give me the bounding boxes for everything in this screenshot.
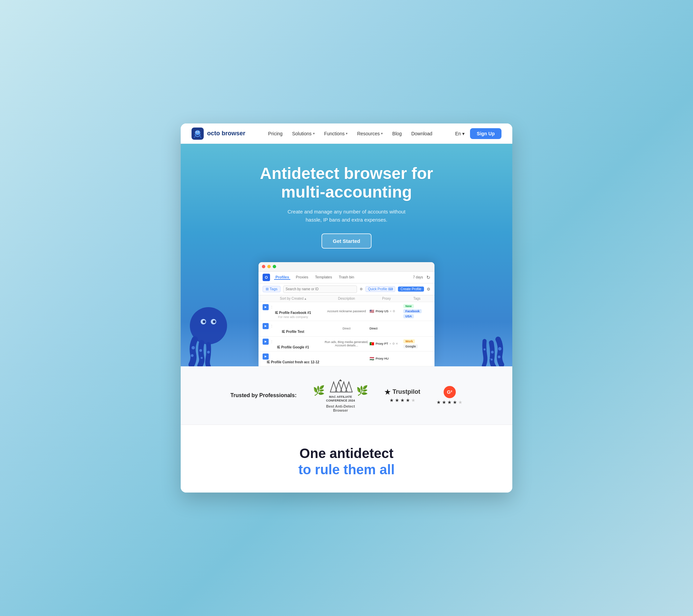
- nav-link-resources[interactable]: Resources ▾: [357, 131, 383, 136]
- award-text: Best Anti-DetectBrowser: [326, 404, 355, 412]
- mac-title: MAC AFFILIATECONFERENCE 2024: [326, 395, 355, 403]
- table-row: ▶ ⋮ IE Profile Google #1 Run ads, Bing m…: [259, 337, 434, 352]
- chevron-down-icon: ▾: [313, 132, 315, 135]
- mac-logo-icon: [327, 379, 354, 394]
- app-preview: O Profiles Proxies Templates Trash bin 7…: [192, 262, 501, 366]
- hero-headline: Antidetect browser for multi-accounting: [192, 164, 501, 201]
- trust-section: Trusted by Professionals: 🌿: [181, 366, 512, 425]
- svg-point-4: [197, 132, 197, 132]
- svg-point-15: [207, 351, 210, 354]
- bottom-headline: One antidetect to rule them all: [192, 445, 501, 478]
- laurel-left-icon: 🌿: [313, 385, 325, 396]
- app-tabs: Profiles Proxies Templates Trash bin: [274, 275, 412, 280]
- svg-point-12: [191, 354, 194, 357]
- flag-icon: 🇭🇺: [370, 357, 374, 361]
- navbar: octo browser Pricing Solutions ▾ Functio…: [181, 123, 512, 144]
- chevron-down-icon: ▾: [346, 132, 348, 135]
- run-button[interactable]: ▶: [262, 339, 269, 345]
- app-logo-small: O: [262, 274, 270, 281]
- profiles-table: Sort by Created ▴ Description Proxy Tags…: [259, 295, 434, 366]
- mac-conference-logo: 🌿 MAC AFFILIATECONFERENCE 2024: [313, 379, 369, 403]
- chevron-down-icon: ▾: [462, 131, 464, 136]
- trustpilot-star-icon: ★: [384, 388, 391, 396]
- svg-point-9: [203, 320, 205, 323]
- svg-point-1: [195, 130, 200, 135]
- nav-item-pricing[interactable]: Pricing: [268, 131, 282, 136]
- svg-point-16: [498, 347, 501, 351]
- nav-link-solutions[interactable]: Solutions ▾: [292, 131, 315, 136]
- nav-item-solutions[interactable]: Solutions ▾: [292, 131, 315, 136]
- run-button[interactable]: ▶: [262, 304, 269, 310]
- nav-item-blog[interactable]: Blog: [392, 131, 402, 136]
- filter-icon[interactable]: ⚙: [360, 287, 363, 291]
- more-icon[interactable]: ⋮: [270, 324, 273, 328]
- tab-trash[interactable]: Trash bin: [337, 275, 355, 280]
- nav-link-blog[interactable]: Blog: [392, 131, 402, 136]
- table-row: ▶ ⋮ IE Profile Facebook #1 For new ads c…: [259, 302, 434, 321]
- trustpilot-stars: ★ ★ ★ ★ ★: [390, 397, 416, 403]
- profile-search-input[interactable]: [283, 285, 357, 293]
- svg-point-5: [199, 132, 199, 132]
- close-dot: [262, 265, 265, 268]
- svg-point-14: [201, 357, 203, 359]
- refresh-icon[interactable]: ↻: [427, 275, 431, 280]
- bottom-section: One antidetect to rule them all: [181, 425, 512, 493]
- svg-marker-26: [339, 379, 342, 381]
- svg-point-20: [483, 349, 486, 351]
- language-selector[interactable]: En ▾: [455, 131, 464, 136]
- octopus-left-decoration: [185, 305, 232, 366]
- trustpilot-brand: Trustpilot: [393, 388, 420, 395]
- nav-right: En ▾ Sign Up: [455, 128, 501, 139]
- create-profile-button[interactable]: Create Profile: [398, 286, 424, 292]
- tab-profiles[interactable]: Profiles: [274, 275, 290, 280]
- logo[interactable]: octo browser: [192, 127, 245, 140]
- run-button[interactable]: ▶: [262, 323, 269, 329]
- hero-subtext: Create and manage any number of accounts…: [192, 208, 501, 224]
- nav-link-pricing[interactable]: Pricing: [268, 131, 282, 136]
- tags-button[interactable]: ⊞ Tags: [262, 286, 280, 292]
- g2-badge-icon: G²: [443, 386, 456, 398]
- nav-item-download[interactable]: Download: [411, 131, 432, 136]
- more-icon[interactable]: ⋮: [270, 340, 273, 343]
- trustpilot-rating: ★ Trustpilot ★ ★ ★ ★ ★: [384, 388, 420, 403]
- nav-links: Pricing Solutions ▾ Functions ▾ Resource…: [268, 131, 432, 136]
- trust-label: Trusted by Professionals:: [231, 392, 297, 398]
- tab-proxies[interactable]: Proxies: [294, 275, 310, 280]
- svg-point-10: [213, 320, 216, 323]
- g2-rating: G² ★ ★ ★ ★ ★: [436, 386, 462, 405]
- nav-link-download[interactable]: Download: [411, 131, 432, 136]
- table-header: Sort by Created ▴ Description Proxy Tags: [259, 295, 434, 302]
- svg-point-13: [199, 349, 202, 352]
- mac-award: 🌿 MAC AFFILIATECONFERENCE 2024: [313, 379, 369, 412]
- app-toolbar: ⊞ Tags ⚙ Quick Profile ⌨ Create Profile …: [259, 283, 434, 295]
- quick-profile-button[interactable]: Quick Profile ⌨: [365, 286, 395, 292]
- svg-point-19: [491, 359, 493, 361]
- app-screenshot: O Profiles Proxies Templates Trash bin 7…: [259, 262, 434, 366]
- browser-window: octo browser Pricing Solutions ▾ Functio…: [181, 123, 512, 493]
- get-started-button[interactable]: Get Started: [321, 233, 372, 249]
- flag-icon: 🇺🇸: [370, 309, 374, 314]
- svg-point-18: [491, 351, 494, 354]
- logo-text: octo browser: [207, 130, 245, 137]
- run-button[interactable]: ▶: [262, 354, 269, 360]
- g2-stars: ★ ★ ★ ★ ★: [436, 399, 462, 405]
- nav-item-resources[interactable]: Resources ▾: [357, 131, 383, 136]
- table-row: ▶ ⋮ IE Profile Test Direct Direct: [259, 321, 434, 337]
- laurel-right-icon: 🌿: [356, 385, 368, 396]
- bottom-headline-blue: to rule them all: [298, 462, 395, 477]
- octopus-right-decoration: [468, 312, 508, 366]
- nav-item-functions[interactable]: Functions ▾: [324, 131, 348, 136]
- tab-templates[interactable]: Templates: [314, 275, 333, 280]
- maximize-dot: [273, 265, 276, 268]
- signup-button[interactable]: Sign Up: [470, 128, 501, 139]
- flag-icon: 🇵🇹: [370, 342, 374, 346]
- logo-icon: [192, 127, 204, 140]
- nav-link-functions[interactable]: Functions ▾: [324, 131, 348, 136]
- chevron-down-icon: ▾: [381, 132, 383, 135]
- hero-section: Antidetect browser for multi-accounting …: [181, 144, 512, 366]
- svg-point-17: [498, 356, 500, 358]
- more-options-icon[interactable]: ⚙: [427, 287, 431, 292]
- time-filter: 7 days: [413, 275, 423, 279]
- more-icon[interactable]: ⋮: [270, 305, 273, 309]
- table-row: ▶ IE Profile Cumist fresh acc 12-12 🇭🇺 P…: [259, 352, 434, 366]
